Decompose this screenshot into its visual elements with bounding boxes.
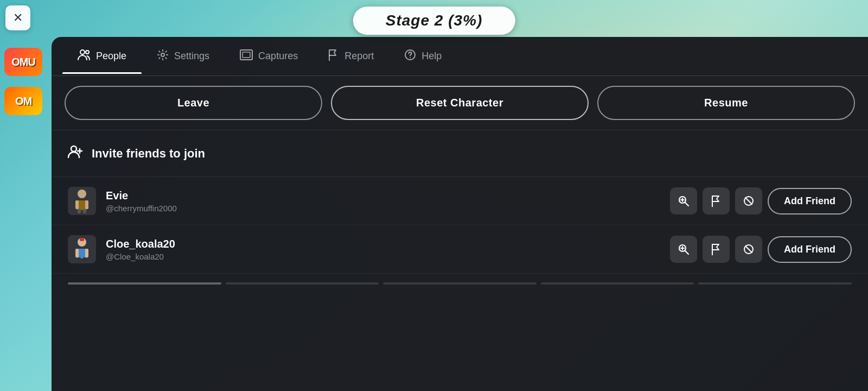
svg-point-2 [161, 53, 164, 56]
scroll-bar [383, 282, 537, 285]
action-row: Leave Reset Character Resume [52, 76, 868, 130]
player-avatar [68, 187, 96, 215]
tab-help-label: Help [422, 51, 442, 62]
player-actions-2: Add Friend [670, 236, 852, 263]
player-handle: @cherrymuffin2000 [106, 204, 660, 213]
player-avatar-2 [68, 235, 96, 263]
svg-point-11 [78, 190, 86, 198]
svg-rect-25 [80, 238, 84, 241]
player-list: Evie @cherrymuffin2000 [52, 177, 868, 274]
player-name-2: Cloe_koala20 [106, 238, 660, 250]
player-item: Cloe_koala20 @Cloe_koala20 [52, 225, 868, 274]
svg-rect-15 [78, 209, 81, 213]
deco-badge-1: OMU [4, 48, 42, 76]
svg-rect-30 [83, 257, 86, 262]
svg-line-37 [745, 246, 752, 253]
svg-point-8 [71, 146, 76, 152]
tab-settings-label: Settings [174, 51, 209, 62]
tab-settings[interactable]: Settings [142, 39, 225, 73]
player-info-2: Cloe_koala20 @Cloe_koala20 [106, 238, 660, 261]
add-friend-button-1[interactable]: Add Friend [768, 188, 852, 215]
add-friend-button-2[interactable]: Add Friend [768, 236, 852, 263]
tab-report[interactable]: Report [313, 39, 389, 73]
scroll-bar [68, 282, 221, 285]
svg-rect-14 [85, 200, 88, 209]
player-info: Evie @cherrymuffin2000 [106, 190, 660, 213]
left-decorations: OMU OM [0, 37, 52, 126]
scroll-bar [541, 282, 694, 285]
report-tab-icon [328, 49, 339, 64]
block-player-button-2[interactable] [735, 236, 762, 263]
flag-player-button-2[interactable] [703, 236, 730, 263]
player-item: Evie @cherrymuffin2000 [52, 177, 868, 225]
svg-rect-13 [75, 200, 79, 209]
svg-point-1 [86, 51, 89, 54]
flag-player-button[interactable] [703, 187, 730, 215]
reset-character-button[interactable]: Reset Character [331, 86, 589, 120]
help-tab-icon [404, 49, 416, 64]
deco-badge-2: OM [4, 87, 42, 115]
tab-bar: People Settings Captures [52, 37, 868, 76]
resume-button[interactable]: Resume [597, 86, 855, 120]
close-button[interactable]: ✕ [5, 5, 30, 30]
svg-point-7 [410, 57, 411, 58]
tab-help[interactable]: Help [389, 39, 457, 73]
svg-point-0 [80, 50, 85, 54]
close-icon: ✕ [13, 11, 23, 25]
player-actions: Add Friend [670, 187, 852, 215]
svg-line-18 [685, 203, 689, 206]
scroll-bar [226, 282, 379, 285]
svg-rect-4 [242, 52, 250, 58]
tab-captures-label: Captures [258, 51, 298, 62]
invite-section[interactable]: Invite friends to join [52, 130, 868, 177]
svg-rect-29 [78, 257, 81, 262]
zoom-player-button-2[interactable] [670, 236, 697, 263]
tab-captures[interactable]: Captures [225, 40, 313, 73]
people-tab-icon [78, 49, 91, 64]
captures-tab-icon [240, 49, 253, 63]
leave-button[interactable]: Leave [65, 86, 322, 120]
content-area: Invite friends to join Evie [52, 130, 868, 391]
stage-text: Stage 2 (3%) [386, 12, 483, 29]
zoom-player-button[interactable] [670, 187, 697, 215]
tab-people-label: People [96, 51, 126, 62]
scroll-indicators [52, 274, 868, 293]
block-player-button[interactable] [735, 187, 762, 215]
scroll-bar [698, 282, 852, 285]
player-name: Evie [106, 190, 660, 202]
svg-rect-16 [83, 209, 86, 213]
svg-rect-28 [85, 249, 88, 257]
stage-indicator: Stage 2 (3%) [353, 7, 515, 35]
invite-text: Invite friends to join [92, 147, 205, 161]
svg-line-32 [685, 251, 689, 255]
svg-line-23 [745, 198, 752, 204]
tab-people[interactable]: People [62, 39, 142, 73]
main-modal: People Settings Captures [52, 37, 868, 391]
tab-report-label: Report [344, 51, 374, 62]
settings-tab-icon [157, 49, 169, 64]
svg-rect-27 [75, 249, 79, 257]
player-handle-2: @Cloe_koala20 [106, 252, 660, 261]
invite-icon [68, 144, 83, 162]
